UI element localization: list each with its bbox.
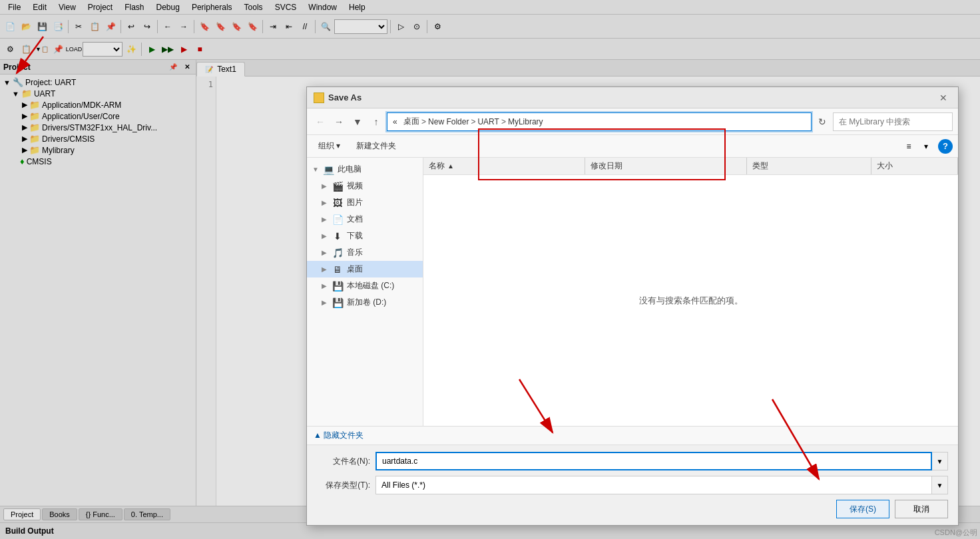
settings-btn[interactable]: ⚙: [430, 19, 445, 34]
tree-item-drivers-stm[interactable]: ▶ 📁 Drivers/STM32F1xx_HAL_Driv...: [2, 122, 194, 133]
indent-btn[interactable]: ⇥: [266, 19, 280, 34]
redo-btn[interactable]: ↪: [140, 19, 154, 34]
nav-item-documents[interactable]: ▶ 📄 文档: [307, 211, 423, 228]
function-dropdown[interactable]: delay_ms: [334, 19, 387, 34]
filetype-input[interactable]: [375, 476, 932, 494]
nav-item-computer[interactable]: ▼ 💻 此电脑: [307, 161, 423, 178]
nav-item-desktop[interactable]: ▶ 🖥 桌面: [307, 261, 423, 277]
menu-svcs[interactable]: SVCS: [270, 1, 302, 13]
col-name[interactable]: 名称 ▲: [423, 158, 585, 174]
save-btn[interactable]: 💾: [35, 19, 49, 34]
target-dropdown[interactable]: UART: [83, 42, 122, 57]
tree-item-drivers-cmsis[interactable]: ▶ 📁 Drivers/CMSIS: [2, 133, 194, 144]
hide-folder-row[interactable]: ▲ 隐藏文件夹: [307, 426, 958, 445]
save-all-btn[interactable]: 📑: [51, 19, 65, 34]
run-btn[interactable]: ▶: [176, 42, 191, 57]
menu-edit[interactable]: Edit: [27, 1, 52, 13]
help-button[interactable]: ?: [938, 139, 953, 154]
menu-flash[interactable]: Flash: [119, 1, 149, 13]
back-button[interactable]: ←: [312, 114, 328, 130]
bookmark4-btn[interactable]: 🔖: [245, 19, 260, 34]
dropdown-button[interactable]: ▼: [350, 114, 366, 130]
filetype-dropdown-arrow[interactable]: ▼: [932, 476, 948, 494]
load-btn[interactable]: LOAD: [67, 42, 81, 57]
filename-input[interactable]: [375, 452, 932, 470]
sidebar-close-icon[interactable]: ✕: [182, 62, 192, 72]
toolbar-sep-8: [427, 20, 427, 33]
pin-btn[interactable]: 📌: [51, 42, 65, 57]
dialog-action-buttons: 保存(S) 取消: [317, 500, 948, 518]
refresh-button[interactable]: ↻: [814, 114, 830, 130]
tree-item-project-root[interactable]: ▼ 🔧 Project: UART: [2, 77, 194, 88]
tree-item-cmsis[interactable]: ♦ CMSIS: [2, 156, 194, 167]
compile-btn[interactable]: ▶▶: [160, 42, 175, 57]
bottom-tab-func[interactable]: {} Func...: [79, 508, 122, 520]
new-folder-button[interactable]: 新建文件夹: [350, 138, 402, 155]
batch2-btn[interactable]: ▼📋: [35, 42, 49, 57]
paste-btn[interactable]: 📌: [103, 19, 118, 34]
comment-btn[interactable]: //: [298, 19, 312, 34]
menu-window[interactable]: Window: [303, 1, 342, 13]
view-dropdown-btn[interactable]: ▾: [918, 138, 934, 154]
unindent-btn[interactable]: ⇤: [282, 19, 296, 34]
menu-view[interactable]: View: [53, 1, 81, 13]
back-nav-btn[interactable]: ←: [160, 19, 175, 34]
menu-project[interactable]: Project: [83, 1, 118, 13]
magic-btn[interactable]: ✨: [124, 42, 138, 57]
col-type[interactable]: 类型: [747, 158, 871, 174]
new-btn[interactable]: 📄: [3, 19, 17, 34]
menu-peripherals[interactable]: Peripherals: [186, 1, 238, 13]
target-settings-btn[interactable]: ⚙: [3, 42, 17, 57]
col-date[interactable]: 修改日期: [585, 158, 747, 174]
expand-arrow-drive-d: ▶: [322, 299, 328, 306]
up-button[interactable]: ↑: [368, 114, 384, 130]
fwd-nav-btn[interactable]: →: [176, 19, 191, 34]
debug-btn[interactable]: ▷: [393, 19, 408, 34]
menu-help[interactable]: Help: [344, 1, 371, 13]
tree-item-mylibrary[interactable]: ▶ 📁 Mylibrary: [2, 144, 194, 156]
search-func-icon[interactable]: 🔍: [318, 19, 333, 34]
bookmark2-btn[interactable]: 🔖: [213, 19, 228, 34]
filetype-label: 保存类型(T):: [317, 480, 370, 491]
copy-btn[interactable]: 📋: [87, 19, 102, 34]
menu-tools[interactable]: Tools: [239, 1, 268, 13]
dialog-close-button[interactable]: ✕: [935, 90, 951, 106]
expand-icon-app-user: ▶: [22, 112, 27, 120]
batch-btn[interactable]: 📋: [19, 42, 33, 57]
search-input[interactable]: [833, 112, 953, 131]
bottom-tab-project[interactable]: Project: [3, 508, 41, 520]
tree-item-app-mdk[interactable]: ▶ 📁 Application/MDK-ARM: [2, 99, 194, 110]
filetype-field: 保存类型(T): ▼: [317, 476, 948, 494]
bottom-tab-temp[interactable]: 0. Temp...: [124, 508, 170, 520]
build-btn[interactable]: ▶: [144, 42, 159, 57]
nav-item-downloads[interactable]: ▶ ⬇ 下载: [307, 228, 423, 244]
filename-dropdown-arrow[interactable]: ▼: [932, 452, 948, 470]
cut-btn[interactable]: ✂: [71, 19, 86, 34]
menu-file[interactable]: File: [3, 1, 26, 13]
forward-button[interactable]: →: [331, 114, 347, 130]
cancel-button[interactable]: 取消: [895, 500, 948, 518]
nav-item-video[interactable]: ▶ 🎬 视频: [307, 178, 423, 194]
nav-item-pictures[interactable]: ▶ 🖼 图片: [307, 194, 423, 211]
menu-debug[interactable]: Debug: [151, 1, 185, 13]
save-button[interactable]: 保存(S): [836, 500, 889, 518]
debug2-btn[interactable]: ⊙: [409, 19, 424, 34]
bookmark3-btn[interactable]: 🔖: [229, 19, 244, 34]
col-size[interactable]: 大小: [871, 158, 958, 174]
tree-item-app-user[interactable]: ▶ 📁 Application/User/Core: [2, 110, 194, 122]
nav-item-music[interactable]: ▶ 🎵 音乐: [307, 244, 423, 261]
nav-item-drive-d[interactable]: ▶ 💾 新加卷 (D:): [307, 294, 423, 311]
open-btn[interactable]: 📂: [19, 19, 33, 34]
view-list-btn[interactable]: ≡: [901, 138, 917, 154]
nav-label-drive-c: 本地磁盘 (C:): [347, 280, 394, 291]
stop-btn[interactable]: ■: [192, 42, 207, 57]
nav-item-drive-c[interactable]: ▶ 💾 本地磁盘 (C:): [307, 277, 423, 294]
undo-btn[interactable]: ↩: [124, 19, 138, 34]
tree-item-uart[interactable]: ▼ 📁 UART: [2, 88, 194, 99]
organize-button[interactable]: 组织 ▾: [312, 138, 346, 155]
address-path[interactable]: « 桌面 > New Folder > UART > MyLibrary: [387, 112, 812, 131]
bottom-tab-books[interactable]: Books: [42, 508, 77, 520]
bookmark-btn[interactable]: 🔖: [197, 19, 212, 34]
tab-text1[interactable]: 📝 Text1: [196, 62, 245, 77]
sidebar-pin-icon[interactable]: 📌: [166, 62, 180, 72]
